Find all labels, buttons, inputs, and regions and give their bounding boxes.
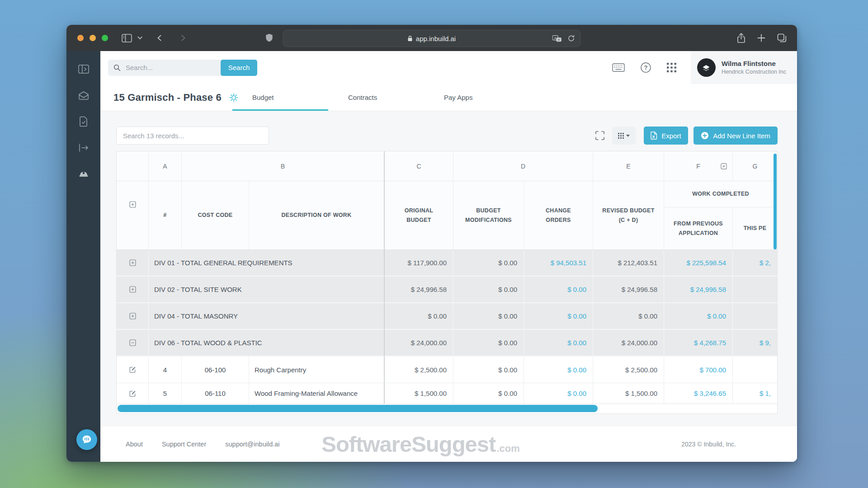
cell-cost-code: 06-100	[182, 357, 249, 383]
header-change-orders: CHANGE ORDERS	[524, 181, 593, 250]
minimize-window-button[interactable]	[90, 35, 96, 41]
records-search-input[interactable]	[116, 127, 269, 145]
vertical-scrollbar-thumb[interactable]	[774, 154, 777, 249]
expand-row-button[interactable]	[117, 250, 149, 277]
footer-copyright: 2023 © Inbuild, Inc.	[681, 441, 736, 448]
cell-from-previous-application: $ 700.00	[664, 357, 733, 383]
table-toolbar: Export Add New Line Item	[116, 127, 778, 145]
cell-revised-budget: $ 0.00	[593, 303, 664, 330]
expand-all-icon	[129, 201, 136, 208]
plus-circle-icon	[701, 131, 709, 140]
keyboard-shortcuts-icon[interactable]	[612, 63, 625, 72]
sidebar-export-icon[interactable]	[78, 142, 89, 153]
header-cost-code: COST CODE	[182, 181, 249, 250]
footer-link-support-email[interactable]: support@inbuild.ai	[225, 441, 279, 448]
cell-from-previous-application: $ 3,246.65	[664, 383, 733, 404]
col-letter-d[interactable]: D	[453, 151, 593, 181]
column-picker-button[interactable]	[612, 127, 636, 145]
sidebar-panels-icon[interactable]	[78, 64, 89, 75]
grid-icon	[618, 133, 624, 139]
col-letter-g[interactable]: G	[733, 151, 777, 181]
chat-launcher-button[interactable]	[76, 429, 97, 450]
add-new-line-item-button[interactable]: Add New Line Item	[693, 127, 778, 145]
watermark: SoftwareSuggest.com	[321, 432, 520, 457]
edit-row-button[interactable]	[117, 383, 149, 404]
url-field[interactable]: app.inbuild.ai Ax	[283, 30, 581, 47]
expand-row-button[interactable]	[117, 277, 149, 303]
translate-icon[interactable]: Ax	[552, 35, 562, 42]
cell-this-period	[733, 303, 777, 330]
tab-pay-apps[interactable]: Pay Apps	[424, 84, 520, 111]
export-file-icon	[651, 131, 657, 140]
cell-row-number: 5	[149, 383, 182, 404]
add-column-icon[interactable]	[721, 163, 727, 169]
cell-from-previous-application: $ 4,268.75	[664, 330, 733, 357]
col-letter-c[interactable]: C	[385, 151, 453, 181]
cell-budget-modifications: $ 0.00	[453, 277, 524, 303]
cell-this-period	[733, 357, 777, 383]
search-icon	[113, 64, 121, 71]
budget-grid: A B C D E F G	[116, 151, 778, 404]
expand-row-button[interactable]	[117, 303, 149, 330]
forward-button[interactable]	[179, 33, 188, 42]
apps-grid-icon[interactable]	[667, 63, 676, 72]
traffic-lights	[77, 35, 108, 41]
cell-this-period: $ 9,	[733, 330, 777, 357]
footer-link-about[interactable]: About	[126, 441, 143, 448]
cell-change-orders: $ 0.00	[524, 357, 593, 383]
close-window-button[interactable]	[77, 35, 84, 41]
global-search-button[interactable]: Search	[221, 60, 257, 76]
project-tabs: Budget Contracts Pay Apps	[232, 84, 520, 111]
desktop-background: app.inbuild.ai Ax	[0, 0, 868, 488]
cell-row-number: 4	[149, 357, 182, 383]
tab-overview-icon[interactable]	[777, 33, 787, 42]
expand-all-header[interactable]	[117, 181, 149, 250]
sidebar-inbox-icon[interactable]	[78, 90, 89, 101]
new-tab-icon[interactable]	[757, 34, 765, 42]
user-menu[interactable]: Wilma Flintstone Hendrick Construction I…	[691, 51, 797, 84]
group-label: DIV 06 - TOTAL WOOD & PLASTIC	[149, 330, 385, 357]
col-letter-b[interactable]: B	[182, 151, 385, 181]
share-icon[interactable]	[737, 33, 745, 43]
fullscreen-icon[interactable]	[595, 131, 605, 141]
horizontal-scrollbar-thumb[interactable]	[118, 405, 598, 412]
cell-revised-budget: $ 1,500.00	[593, 383, 664, 404]
cell-budget-modifications: $ 0.00	[453, 383, 524, 404]
user-company: Hendrick Construction Inc	[722, 68, 786, 75]
global-search-input[interactable]	[125, 63, 208, 72]
group-label: DIV 02 - TOTAL SITE WORK	[149, 277, 385, 303]
privacy-shield-icon[interactable]	[265, 33, 273, 42]
cell-original-budget: $ 2,500.00	[385, 357, 453, 383]
sidebar-document-check-icon[interactable]	[78, 116, 89, 127]
sidebar-toggle-icon[interactable]	[122, 34, 132, 42]
reload-icon[interactable]	[568, 35, 575, 42]
cell-original-budget: $ 0.00	[385, 303, 453, 330]
app-topbar: Search ?	[100, 51, 797, 84]
caret-down-icon	[626, 135, 630, 137]
col-letter-e[interactable]: E	[593, 151, 664, 181]
header-revised-budget: REVISED BUDGET (C + D)	[593, 181, 664, 250]
cell-budget-modifications: $ 0.00	[453, 303, 524, 330]
tab-contracts[interactable]: Contracts	[328, 84, 424, 111]
cell-change-orders: $ 0.00	[524, 330, 593, 357]
back-button[interactable]	[155, 33, 164, 42]
global-search: Search	[108, 60, 257, 76]
group-label: DIV 01 - TOTAL GENERAL REQUIREMENTS	[149, 250, 385, 277]
export-button[interactable]: Export	[644, 127, 688, 145]
zoom-window-button[interactable]	[102, 35, 108, 41]
corner-cell	[117, 151, 149, 181]
cell-budget-modifications: $ 0.00	[453, 357, 524, 383]
col-letter-a[interactable]: A	[149, 151, 182, 181]
sidebar-hardhat-icon[interactable]	[78, 169, 89, 179]
expand-row-button[interactable]	[117, 330, 149, 357]
app-sidebar	[66, 51, 100, 462]
chat-bubble-icon	[82, 435, 92, 445]
edit-row-button[interactable]	[117, 357, 149, 383]
tab-budget[interactable]: Budget	[232, 84, 328, 111]
help-icon[interactable]: ?	[640, 62, 651, 73]
footer-link-support-center[interactable]: Support Center	[162, 441, 206, 448]
horizontal-scrollbar-track[interactable]	[116, 404, 778, 414]
chevron-down-icon[interactable]	[137, 36, 142, 40]
cell-original-budget: $ 117,900.00	[385, 250, 453, 277]
col-letter-f[interactable]: F	[664, 151, 733, 181]
